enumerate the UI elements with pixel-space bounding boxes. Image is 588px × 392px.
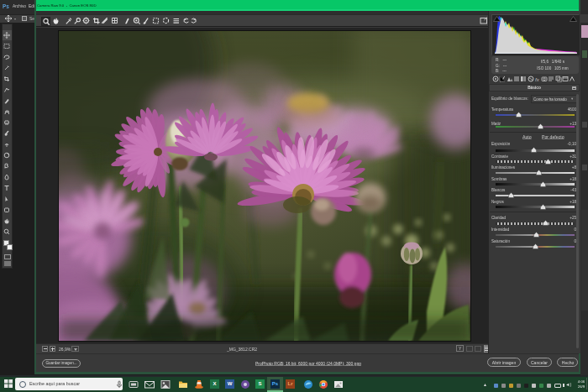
svg-text:fx: fx	[535, 77, 540, 82]
